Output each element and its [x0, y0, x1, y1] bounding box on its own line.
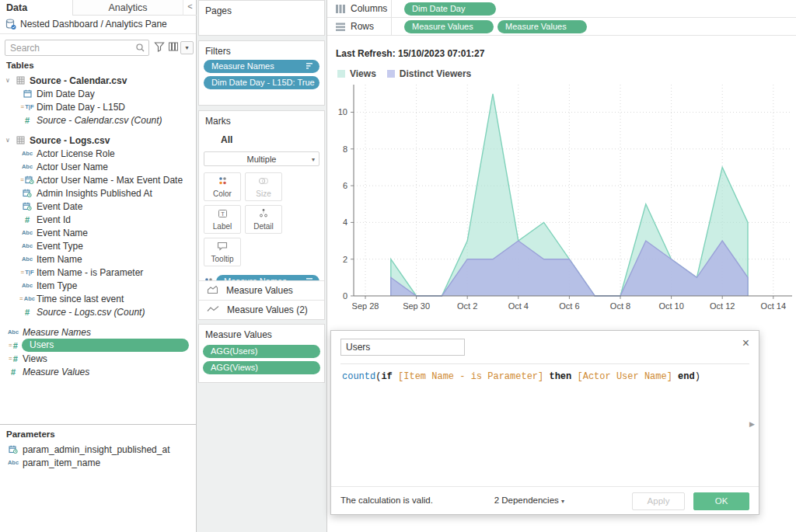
label-icon: T [218, 209, 228, 221]
tab-analytics[interactable]: Analytics [73, 0, 183, 16]
size-button[interactable]: Size [245, 172, 282, 201]
marks-card: Marks All Multiple ▾ ColorSizeTLabelDeta… [198, 110, 325, 320]
string-icon: Abc [20, 282, 34, 289]
field-row[interactable]: =#Views [0, 352, 196, 365]
filter-pill[interactable]: Measure Names [204, 60, 319, 73]
svg-text:8: 8 [343, 144, 347, 154]
field-row[interactable]: =T|FItem Name - is Parameter [0, 266, 196, 279]
field-label: Actor User Name [34, 162, 108, 172]
number-icon: # [6, 367, 20, 377]
formula-editor[interactable]: countd(if [Item Name - is Parameter] the… [342, 371, 700, 382]
mark-button-label: Detail [253, 222, 274, 231]
label-button[interactable]: TLabel [204, 205, 241, 234]
rows-pill[interactable]: Measure Values [498, 20, 587, 33]
marks-all-tab[interactable]: All [199, 127, 324, 145]
filter-pill[interactable]: Dim Date Day - L15D: True [204, 76, 319, 89]
legend-item[interactable]: Views [337, 68, 376, 79]
field-row[interactable]: AbcItem Name [0, 252, 196, 266]
measure-values-label: Measure Values [199, 325, 324, 340]
field-row[interactable]: AbcActor User Name [0, 160, 196, 173]
field-label: Event Name [34, 228, 88, 238]
field-row[interactable]: ∨Source - Logs.csv [0, 134, 196, 147]
expand-chevron-icon[interactable]: ∨ [2, 77, 13, 84]
calculation-name-input[interactable] [340, 339, 465, 356]
string-icon: Abc [20, 229, 34, 236]
number-icon: # [20, 308, 34, 317]
data-source-row[interactable]: Nested Dashboard / Analytics Pane [0, 16, 196, 34]
number-icon: # [20, 215, 34, 224]
rows-shelf: Rows Measure ValuesMeasure Values [327, 18, 796, 36]
pill-label: Dim Date Day [412, 4, 465, 13]
marks-label: Marks [199, 111, 324, 127]
field-row[interactable]: AbcItem Type [0, 279, 196, 292]
table-icon [13, 136, 27, 144]
tables-section-label: Tables [6, 61, 34, 70]
expand-panel-icon[interactable]: ▶ [749, 420, 755, 428]
field-row[interactable]: AbcEvent Type [0, 239, 196, 252]
detail-button[interactable]: Detail [245, 205, 282, 234]
field-label: param_item_name [20, 457, 100, 468]
field-list-options-dropdown[interactable]: ▾ [180, 41, 194, 54]
field-row[interactable]: #Source - Logs.csv (Count) [0, 305, 196, 318]
field-row[interactable]: =AbcTime since last event [0, 292, 196, 305]
field-row[interactable]: Admin Insights Published At [0, 186, 196, 200]
table-icon [16, 136, 25, 144]
mark-layer-tab[interactable]: Measure Values (2) [199, 300, 324, 319]
pane-tabs: Data Analytics < [0, 0, 196, 16]
field-row[interactable]: #Measure Values [0, 365, 196, 378]
field-row[interactable]: param_admin_insight_published_at [0, 443, 196, 456]
legend-item[interactable]: Distinct Viewers [387, 68, 471, 79]
ok-button[interactable]: OK [693, 492, 749, 510]
formula-token-kw: end [672, 371, 695, 382]
area-chart[interactable]: Sep 28Sep 30Oct 2Oct 4Oct 6Oct 8Oct 10Oc… [327, 82, 796, 315]
measure-values-pill[interactable]: AGG(Users) [203, 345, 320, 358]
close-icon[interactable]: × [742, 337, 749, 349]
svg-text:T: T [221, 210, 225, 217]
filter-fields-icon[interactable] [154, 41, 166, 54]
field-row[interactable]: AbcActor License Role [0, 147, 196, 160]
field-row[interactable]: =#Users [0, 339, 196, 352]
field-row[interactable]: Event Date [0, 200, 196, 213]
table-icon [16, 76, 25, 85]
dependencies-dropdown[interactable]: 2 Dependencies ▾ [494, 495, 564, 505]
field-row[interactable]: Abcparam_item_name [0, 456, 196, 469]
legend-label: Distinct Viewers [400, 68, 471, 79]
expand-chevron-icon[interactable]: ∨ [2, 137, 13, 144]
formula-token-kw: then [543, 371, 577, 382]
tab-data[interactable]: Data [0, 0, 73, 16]
number-icon: # [20, 116, 34, 125]
field-row[interactable]: AbcMeasure Names [0, 325, 196, 339]
field-row[interactable]: AbcEvent Name [0, 226, 196, 239]
search-input[interactable] [10, 42, 131, 54]
field-row[interactable]: #Event Id [0, 213, 196, 226]
field-row[interactable]: =T|FDim Date Day - L15D [0, 100, 196, 113]
field-row[interactable]: =Actor User Name - Max Event Date [0, 173, 196, 186]
svg-text:Oct 4: Oct 4 [508, 301, 529, 311]
tooltip-button[interactable]: Tooltip [204, 238, 241, 266]
measure-values-pill[interactable]: AGG(Views) [203, 361, 320, 374]
rows-pill[interactable]: Measure Values [404, 20, 494, 33]
field-label: Item Name - is Parameter [34, 267, 143, 278]
search-row: ▾ [0, 38, 196, 57]
field-label: Item Name [34, 254, 82, 265]
field-row[interactable]: Dim Date Day [0, 87, 196, 100]
search-box [5, 40, 149, 56]
detail-icon [259, 208, 268, 221]
field-label: Actor License Role [34, 148, 115, 159]
field-label: Measure Names [20, 327, 91, 338]
apply-button[interactable]: Apply [632, 492, 685, 510]
field-row[interactable]: ∨Source - Calendar.csv [0, 74, 196, 87]
collapse-pane-icon[interactable]: < [183, 0, 197, 16]
mark-layer-tab[interactable]: Measure Values [199, 280, 324, 300]
data-source-name: Nested Dashboard / Analytics Pane [20, 19, 167, 30]
data-pane: Data Analytics < Nested Dashboard / Anal… [0, 0, 197, 532]
columns-pill[interactable]: Dim Date Day [404, 2, 496, 16]
field-row[interactable]: #Source - Calendar.csv (Count) [0, 113, 196, 127]
filter-shelf: Measure NamesDim Date Day - L15D: True [199, 60, 324, 96]
mark-button-label: Tooltip [211, 255, 234, 263]
view-columns-icon[interactable] [168, 41, 180, 54]
shelf-column: Pages Filters Measure NamesDim Date Day … [197, 0, 327, 532]
filters-card: Filters Measure NamesDim Date Day - L15D… [198, 40, 325, 106]
mark-type-dropdown[interactable]: Multiple ▾ [204, 151, 319, 166]
color-button[interactable]: Color [204, 172, 241, 201]
